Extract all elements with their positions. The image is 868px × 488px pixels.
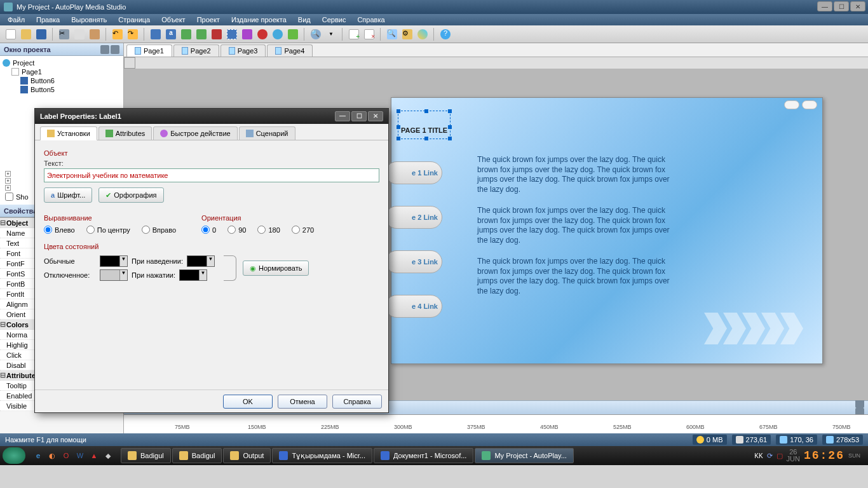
ql-opera-icon[interactable]: O xyxy=(60,449,72,462)
orient-270-radio[interactable]: 270 xyxy=(292,226,314,234)
menu-edit[interactable]: Правка xyxy=(31,15,65,25)
link-button-4[interactable]: e 4 Link xyxy=(385,295,442,318)
tree-item[interactable]: Button5 xyxy=(3,85,121,94)
obj-plugin[interactable] xyxy=(286,27,300,41)
color-hover-picker[interactable]: ▼ xyxy=(187,255,215,267)
normalize-button[interactable]: ◉Нормировать xyxy=(243,261,309,276)
new-button[interactable] xyxy=(4,27,18,41)
close-button[interactable]: ✕ xyxy=(850,1,865,11)
cancel-button[interactable]: Отмена xyxy=(278,395,327,409)
menu-object[interactable]: Объект xyxy=(156,15,190,25)
lang-indicator[interactable]: KK xyxy=(754,452,763,459)
ql-pdf-icon[interactable]: ▲ xyxy=(88,449,100,462)
page-preview[interactable]: PAGE 1 TITLE e 1 Link e 2 Link e 3 Link … xyxy=(391,97,823,364)
build-button[interactable]: ⚙ xyxy=(400,27,414,41)
page-add[interactable]: + xyxy=(347,27,361,41)
dialog-titlebar[interactable]: Label Properties: Label1 — ☐ ✕ xyxy=(35,109,388,124)
panel-close-icon[interactable] xyxy=(111,45,119,54)
menu-service[interactable]: Сервис xyxy=(317,15,351,25)
taskbar-item[interactable]: Документ1 - Microsof... xyxy=(374,448,473,463)
lorem-paragraph[interactable]: The quick brown fox jumps over the lazy … xyxy=(477,206,674,245)
dialog-minimize-button[interactable]: — xyxy=(335,111,350,121)
start-button[interactable] xyxy=(3,447,25,464)
expand-icon[interactable]: + xyxy=(5,178,11,184)
taskbar-item[interactable]: Badigul xyxy=(172,448,222,463)
page-del[interactable]: × xyxy=(362,27,376,41)
tree-root[interactable]: Project xyxy=(3,58,121,67)
taskbar-item[interactable]: Output xyxy=(223,448,271,463)
preview-button[interactable]: 🔍 xyxy=(385,27,399,41)
align-right-radio[interactable]: Вправо xyxy=(142,226,176,234)
page-tab[interactable]: Page4 xyxy=(267,44,313,57)
show-checkbox[interactable] xyxy=(5,193,13,201)
save-button[interactable] xyxy=(34,27,48,41)
minimize-button[interactable]: — xyxy=(817,1,832,11)
panel-pin-icon[interactable] xyxy=(100,45,109,54)
cd-button[interactable] xyxy=(416,27,430,41)
dialog-close-button[interactable]: ✕ xyxy=(368,111,383,121)
obj-web[interactable] xyxy=(271,27,285,41)
text-input[interactable] xyxy=(44,168,379,182)
zoom-dd[interactable]: ▼ xyxy=(324,27,338,41)
cut-button[interactable]: ✂ xyxy=(57,27,71,41)
expand-icon[interactable]: + xyxy=(5,171,11,177)
color-normal-picker[interactable]: ▼ xyxy=(100,255,128,267)
tray-refresh-icon[interactable]: ⟳ xyxy=(767,452,773,460)
zoom-button[interactable]: 🔍 xyxy=(309,27,323,41)
menu-align[interactable]: Выровнять xyxy=(66,15,112,25)
color-pressed-picker[interactable]: ▼ xyxy=(179,269,207,281)
font-button[interactable]: aШрифт... xyxy=(44,187,92,203)
undo-button[interactable]: ↶ xyxy=(111,27,125,41)
help-button[interactable]: Справка xyxy=(332,395,382,409)
dialog-maximize-button[interactable]: ☐ xyxy=(351,111,367,121)
expand-icon[interactable]: + xyxy=(5,185,11,191)
clock[interactable]: 16:26 xyxy=(804,449,844,462)
tree-page[interactable]: Page1 xyxy=(3,67,121,76)
tab-settings[interactable]: Установки xyxy=(40,126,97,140)
lorem-paragraph[interactable]: The quick brown fox jumps over the lazy … xyxy=(477,155,674,194)
taskbar-item[interactable]: Тұқырымдама - Micr... xyxy=(272,448,372,463)
obj-image[interactable] xyxy=(194,27,208,41)
align-center-radio[interactable]: По центру xyxy=(86,226,130,234)
obj-block[interactable] xyxy=(255,27,269,41)
ok-button[interactable]: OK xyxy=(223,395,273,409)
spellcheck-button[interactable]: ✔Орфография xyxy=(98,187,163,203)
color-disabled-picker[interactable]: ▼ xyxy=(100,269,128,281)
obj-flash[interactable] xyxy=(210,27,224,41)
obj-button-1[interactable] xyxy=(149,27,163,41)
align-left-radio[interactable]: Влево xyxy=(44,226,75,234)
menu-view[interactable]: Вид xyxy=(293,15,316,25)
obj-video[interactable] xyxy=(240,27,254,41)
ql-word-icon[interactable]: W xyxy=(74,449,86,462)
tree-item[interactable]: Button6 xyxy=(3,76,121,85)
page-tab[interactable]: Page3 xyxy=(220,44,266,57)
ql-app-icon[interactable]: ◆ xyxy=(102,449,114,462)
tab-attributes[interactable]: Attributes xyxy=(98,126,152,140)
maximize-button[interactable]: ☐ xyxy=(834,1,849,11)
lorem-paragraph[interactable]: The quick brown fox jumps over the lazy … xyxy=(477,257,674,296)
ql-media-icon[interactable]: ◐ xyxy=(46,449,58,462)
orient-90-radio[interactable]: 90 xyxy=(227,226,246,234)
orient-0-radio[interactable]: 0 xyxy=(201,226,216,234)
page-title-label[interactable]: PAGE 1 TITLE xyxy=(398,111,451,139)
orient-180-radio[interactable]: 180 xyxy=(257,226,280,234)
menu-publish[interactable]: Издание проекта xyxy=(226,15,292,25)
menu-page[interactable]: Страница xyxy=(113,15,155,25)
paste-button[interactable] xyxy=(88,27,102,41)
page-tab[interactable]: Page2 xyxy=(173,44,219,57)
preview-minimize-icon[interactable] xyxy=(784,100,799,109)
copy-button[interactable] xyxy=(72,27,86,41)
obj-paragraph[interactable] xyxy=(179,27,193,41)
obj-label[interactable]: a xyxy=(164,27,178,41)
tab-quickaction[interactable]: Быстрое действие xyxy=(153,126,237,140)
link-button-2[interactable]: e 2 Link xyxy=(385,206,442,229)
taskbar-item[interactable]: My Project - AutoPlay... xyxy=(475,448,574,463)
menu-project[interactable]: Проект xyxy=(192,15,225,25)
preview-close-icon[interactable] xyxy=(802,100,817,109)
ql-ie-icon[interactable]: e xyxy=(32,449,44,462)
help-button[interactable]: ? xyxy=(438,27,452,41)
page-tab[interactable]: Page1 xyxy=(126,44,172,57)
link-button-3[interactable]: e 3 Link xyxy=(385,250,442,273)
menu-help[interactable]: Справка xyxy=(352,15,390,25)
menu-file[interactable]: Файл xyxy=(3,15,30,25)
